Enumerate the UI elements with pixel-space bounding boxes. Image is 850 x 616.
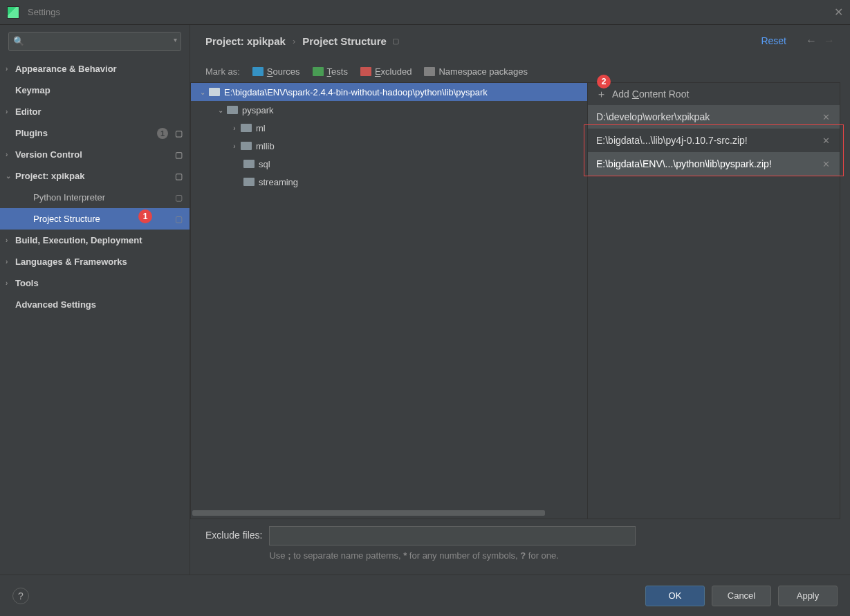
reset-link[interactable]: Reset xyxy=(761,35,786,46)
mark-namespace[interactable]: Namespace packages xyxy=(424,66,528,77)
forward-arrow-icon[interactable]: → xyxy=(824,35,835,47)
plus-icon: ＋ xyxy=(596,88,607,101)
exclude-files-row: Exclude files: Use ; to separate name pa… xyxy=(190,519,850,562)
folder-icon xyxy=(424,67,435,76)
mark-excluded[interactable]: Excluded xyxy=(360,66,412,77)
tree-row-streaming[interactable]: streaming xyxy=(191,173,587,191)
sidebar-item-vcs[interactable]: ›Version Control▢ xyxy=(0,144,190,165)
app-icon xyxy=(7,6,19,19)
chevron-right-icon: › xyxy=(6,108,8,115)
titlebar: Settings ✕ xyxy=(0,0,850,25)
chevron-right-icon: › xyxy=(6,258,8,265)
sidebar-item-languages[interactable]: ›Languages & Frameworks xyxy=(0,251,190,272)
project-config-icon: ▢ xyxy=(175,214,183,224)
exclude-files-hint: Use ; to separate name patterns, * for a… xyxy=(269,550,636,562)
cancel-button[interactable]: Cancel xyxy=(712,586,771,606)
bottombar: ? OK Cancel Apply xyxy=(0,575,850,616)
folder-icon xyxy=(243,160,255,168)
project-config-icon: ▢ xyxy=(392,37,399,46)
breadcrumb: Project: xpikpak › Project Structure ▢ R… xyxy=(190,25,850,51)
folder-icon xyxy=(227,106,238,114)
search-input[interactable] xyxy=(8,32,181,51)
horizontal-scrollbar[interactable] xyxy=(192,510,587,517)
crumb-project[interactable]: Project: xpikpak xyxy=(205,35,286,47)
exclude-files-input[interactable] xyxy=(269,526,636,545)
tree-row-ml[interactable]: ›ml xyxy=(191,119,587,137)
chevron-right-icon: › xyxy=(6,236,8,244)
mark-tests[interactable]: Tests xyxy=(313,66,348,77)
chevron-right-icon: › xyxy=(6,279,8,287)
sidebar-item-plugins[interactable]: Plugins1▢ xyxy=(0,122,190,144)
scrollbar-thumb[interactable] xyxy=(192,510,545,516)
sidebar-item-tools[interactable]: ›Tools xyxy=(0,272,190,294)
sidebar: 🔍 ▾ ›Appearance & Behavior Keymap ›Edito… xyxy=(0,25,190,575)
folder-icon xyxy=(241,124,252,132)
help-button[interactable]: ? xyxy=(12,588,29,604)
chevron-down-icon[interactable]: ▾ xyxy=(174,36,177,44)
folder-icon xyxy=(360,67,371,76)
chevron-right-icon: › xyxy=(6,65,8,73)
mark-sources[interactable]: Sources xyxy=(252,66,300,77)
chevron-right-icon: › xyxy=(230,124,239,132)
chevron-right-icon: › xyxy=(293,36,295,46)
chevron-down-icon: ⌄ xyxy=(6,172,11,180)
project-config-icon: ▢ xyxy=(175,150,183,160)
folder-icon xyxy=(252,67,264,76)
settings-tree: ›Appearance & Behavior Keymap ›Editor Pl… xyxy=(0,58,190,575)
search-icon: 🔍 xyxy=(13,36,24,46)
chevron-down-icon: ⌄ xyxy=(216,106,225,114)
mark-as-label: Mark as: xyxy=(205,66,240,77)
close-icon[interactable]: ✕ xyxy=(834,6,843,19)
project-config-icon: ▢ xyxy=(175,129,183,138)
chevron-right-icon: › xyxy=(230,142,239,150)
remove-root-icon[interactable]: ✕ xyxy=(820,112,833,122)
sidebar-item-editor[interactable]: ›Editor xyxy=(0,101,190,122)
sidebar-item-keymap[interactable]: Keymap xyxy=(0,80,190,101)
sidebar-item-project[interactable]: ⌄Project: xpikpak▢ xyxy=(0,165,190,187)
project-config-icon: ▢ xyxy=(175,171,183,181)
sidebar-item-appearance[interactable]: ›Appearance & Behavior xyxy=(0,58,190,80)
project-config-icon: ▢ xyxy=(175,193,183,203)
folder-icon xyxy=(313,67,324,76)
search-box: 🔍 ▾ xyxy=(8,32,181,51)
exclude-files-label: Exclude files: xyxy=(205,526,262,541)
sidebar-item-interpreter[interactable]: Python Interpreter▢ xyxy=(0,187,190,208)
plugins-badge: 1 xyxy=(157,128,168,139)
add-content-root[interactable]: ＋ Add Content Root 2 xyxy=(588,83,840,105)
folder-icon xyxy=(241,142,252,150)
annotation-highlight xyxy=(584,124,844,176)
ok-button[interactable]: OK xyxy=(645,586,705,606)
annotation-badge-2: 2 xyxy=(597,75,611,88)
folder-icon xyxy=(243,178,255,186)
chevron-down-icon: ⌄ xyxy=(198,88,207,96)
back-arrow-icon[interactable]: ← xyxy=(806,35,817,47)
window-title: Settings xyxy=(28,7,60,17)
crumb-structure: Project Structure xyxy=(302,35,387,47)
sidebar-item-build[interactable]: ›Build, Execution, Deployment xyxy=(0,230,190,251)
tree-row-root[interactable]: ⌄E:\bigdata\ENV\spark-2.4.4-bin-without-… xyxy=(191,83,587,101)
tree-row-mllib[interactable]: ›mllib xyxy=(191,137,587,155)
sidebar-item-advanced[interactable]: Advanced Settings xyxy=(0,294,190,315)
content: Project: xpikpak › Project Structure ▢ R… xyxy=(190,25,850,575)
directory-tree-pane: ⌄E:\bigdata\ENV\spark-2.4.4-bin-without-… xyxy=(190,82,588,519)
annotation-badge-1: 1 xyxy=(138,209,152,223)
content-roots-pane: ＋ Add Content Root 2 D:\develop\worker\x… xyxy=(588,82,840,519)
mark-as-row: Mark as: Sources Tests Excluded Namespac… xyxy=(190,51,850,82)
tree-row-sql[interactable]: sql xyxy=(191,155,587,173)
sidebar-item-project-structure[interactable]: Project Structure1▢ xyxy=(0,208,190,230)
apply-button[interactable]: Apply xyxy=(778,586,838,606)
chevron-right-icon: › xyxy=(6,151,8,158)
folder-icon xyxy=(209,88,220,96)
tree-row-pyspark[interactable]: ⌄pyspark xyxy=(191,101,587,119)
